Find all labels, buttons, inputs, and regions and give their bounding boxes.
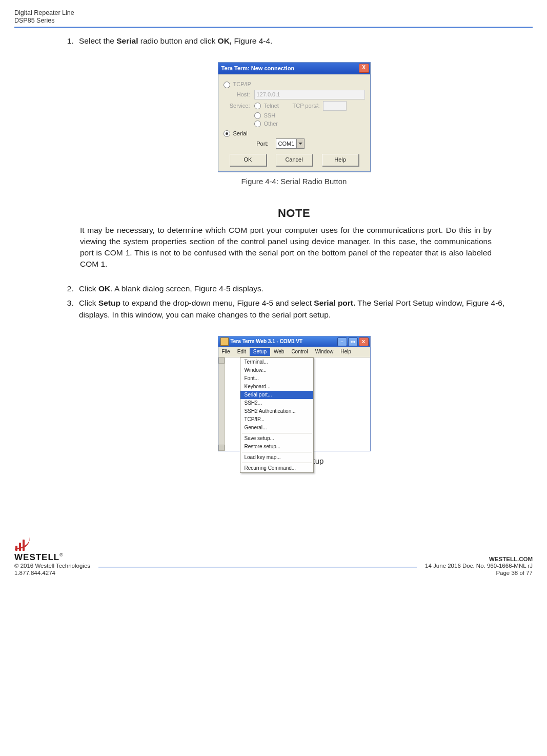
mi-window[interactable]: Window...	[240, 366, 313, 374]
mi-general[interactable]: General...	[240, 424, 313, 432]
terminal-client-area: Terminal... Window... Font... Keyboard..…	[218, 357, 370, 451]
header-divider	[14, 27, 533, 28]
figure-4-4: Tera Term: New connection X TCP/IP Host:…	[55, 62, 533, 186]
footer-divider	[98, 567, 417, 568]
window-titlebar: Tera Term Web 3.1 - COM1 VT – ▭ X	[218, 336, 370, 347]
serial-radio[interactable]	[224, 130, 230, 137]
service-telnet-radio[interactable]	[254, 103, 261, 109]
figure-4-4-caption: Figure 4-4: Serial Radio Button	[55, 177, 533, 186]
brand-name: WESTELL	[14, 552, 59, 562]
step-2-text: Click	[79, 284, 98, 293]
step-list-cont: Click OK. A blank dialog screen, Figure …	[55, 283, 533, 321]
tcp-port-label: TCP port#:	[293, 103, 320, 109]
menu-edit[interactable]: Edit	[234, 348, 250, 356]
footer-copyright: © 2016 Westell Technologies	[14, 563, 90, 570]
ok-button[interactable]: OK	[230, 154, 267, 166]
page-header: Digital Repeater Line DSP85 Series	[14, 9, 533, 25]
step-1-bold-serial: Serial	[116, 36, 138, 45]
step-1: Select the Serial radio button and click…	[76, 35, 533, 47]
dialog-title: Tera Term: New connection	[221, 65, 295, 72]
cancel-button[interactable]: Cancel	[276, 154, 313, 166]
step-1-text2: radio button and click	[138, 36, 217, 45]
port-combo-value: COM1	[278, 141, 295, 147]
help-button[interactable]: Help	[322, 154, 359, 166]
scroll-down-icon[interactable]	[218, 445, 225, 451]
step-3-text: Click	[79, 299, 98, 307]
footer-page: Page 38 of 77	[425, 570, 533, 577]
tcpip-radio[interactable]	[224, 82, 230, 88]
document-body: Select the Serial radio button and click…	[55, 35, 533, 466]
scroll-up-icon[interactable]	[218, 357, 225, 364]
mi-font[interactable]: Font...	[240, 374, 313, 383]
mi-keyboard[interactable]: Keyboard...	[240, 383, 313, 391]
mi-serial-port[interactable]: Serial port...	[240, 391, 313, 399]
footer-site: WESTELL.COM	[425, 556, 533, 563]
figure-4-5: Tera Term Web 3.1 - COM1 VT – ▭ X File E…	[55, 336, 533, 466]
note-heading: NOTE	[55, 207, 533, 220]
step-1-text3: Figure 4-4.	[232, 36, 272, 45]
service-other-radio[interactable]	[254, 121, 261, 127]
mi-ssh2[interactable]: SSH2...	[240, 399, 313, 407]
westell-logo-icon	[14, 538, 30, 551]
tcp-port-input[interactable]	[323, 101, 347, 111]
menu-separator	[242, 433, 312, 433]
mi-ssh2-auth[interactable]: SSH2 Authentication...	[240, 407, 313, 415]
service-other-label: Other	[264, 121, 278, 127]
step-2-bold-ok: OK	[98, 284, 110, 293]
footer-logo	[14, 538, 90, 551]
footer-docline: 14 June 2016 Doc. No. 960-1666-MNL rJ	[425, 563, 533, 570]
mi-tcpip[interactable]: TCP/IP...	[240, 415, 313, 424]
service-ssh-radio[interactable]	[254, 112, 261, 119]
menu-help[interactable]: Help	[337, 348, 355, 356]
teraterm-new-connection-dialog: Tera Term: New connection X TCP/IP Host:…	[218, 62, 371, 172]
dialog-body: TCP/IP Host: 127.0.0.1 Service: Telnet T…	[218, 74, 370, 171]
host-value: 127.0.0.1	[257, 91, 280, 98]
mi-restore-setup[interactable]: Restore setup...	[240, 443, 313, 451]
menubar: File Edit Setup Web Control Window Help	[218, 347, 370, 357]
menu-file[interactable]: File	[218, 348, 234, 356]
menu-setup[interactable]: Setup	[250, 348, 270, 356]
note-body: It may be necessary, to determine which …	[80, 225, 492, 270]
service-label: Service:	[224, 103, 250, 109]
port-combo[interactable]: COM1	[276, 138, 305, 149]
close-icon[interactable]: X	[359, 64, 369, 73]
mi-terminal[interactable]: Terminal...	[240, 358, 313, 366]
host-label: Host:	[224, 91, 250, 98]
host-input[interactable]: 127.0.0.1	[254, 90, 365, 100]
step-1-text: Select the	[79, 36, 116, 45]
step-3-bold-serialport: Serial port.	[314, 299, 355, 307]
service-telnet-label: Telnet	[264, 103, 293, 109]
serial-label: Serial	[233, 130, 248, 137]
step-3-text2: to expand the drop-down menu, Figure 4-5…	[120, 299, 314, 307]
menu-separator	[242, 452, 312, 452]
registered-icon: ®	[59, 552, 63, 558]
step-2: Click OK. A blank dialog screen, Figure …	[76, 283, 533, 294]
step-3: Click Setup to expand the drop-down menu…	[76, 297, 533, 321]
dialog-titlebar: Tera Term: New connection X	[218, 63, 370, 74]
mi-save-setup[interactable]: Save setup...	[240, 434, 313, 443]
step-1-bold-ok: OK,	[218, 36, 232, 45]
app-icon	[220, 337, 229, 346]
menu-control[interactable]: Control	[288, 348, 311, 356]
step-list: Select the Serial radio button and click…	[55, 35, 533, 47]
service-ssh-label: SSH	[264, 112, 276, 119]
port-label: Port:	[224, 141, 269, 147]
page-footer: WESTELL® © 2016 Westell Technologies 1.8…	[14, 538, 533, 577]
minimize-icon[interactable]: –	[337, 337, 347, 346]
header-line1: Digital Repeater Line	[14, 9, 533, 17]
maximize-icon[interactable]: ▭	[348, 337, 358, 346]
menu-web[interactable]: Web	[270, 348, 288, 356]
menu-window[interactable]: Window	[312, 348, 337, 356]
teraterm-main-window: Tera Term Web 3.1 - COM1 VT – ▭ X File E…	[218, 336, 371, 451]
step-3-bold-setup: Setup	[98, 299, 120, 307]
footer-phone: 1.877.844.4274	[14, 570, 90, 577]
setup-dropdown: Terminal... Window... Font... Keyboard..…	[240, 357, 314, 473]
step-2-text2: . A blank dialog screen, Figure 4-5 disp…	[110, 284, 264, 293]
mi-load-keymap[interactable]: Load key map...	[240, 453, 313, 462]
close-icon[interactable]: X	[359, 337, 369, 346]
tcpip-label: TCP/IP	[233, 81, 251, 88]
mi-recurring-cmd[interactable]: Recurring Command...	[240, 464, 313, 472]
chevron-down-icon	[296, 139, 304, 148]
window-title: Tera Term Web 3.1 - COM1 VT	[231, 339, 303, 345]
vertical-scrollbar[interactable]	[218, 357, 225, 451]
